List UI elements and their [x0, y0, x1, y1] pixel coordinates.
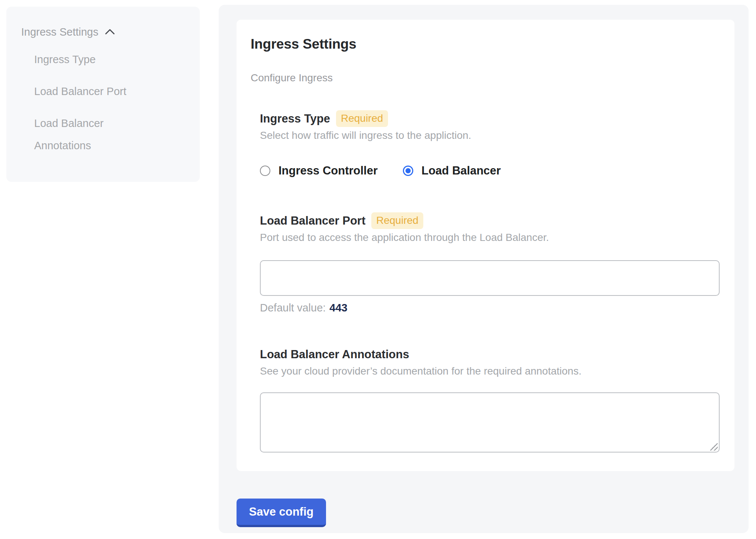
field-load-balancer-port: Load Balancer Port Required Port used to… [260, 212, 720, 314]
required-badge: Required [371, 212, 423, 229]
sidebar-items: Ingress Type Load Balancer Port Load Bal… [21, 48, 189, 157]
field-load-balancer-port-label: Load Balancer Port [260, 213, 365, 229]
settings-panel: Ingress Settings Configure Ingress Ingre… [219, 5, 749, 533]
radio-option-load-balancer[interactable]: Load Balancer [403, 164, 501, 177]
default-value-line: Default value:443 [260, 301, 720, 314]
field-load-balancer-annotations: Load Balancer Annotations See your cloud… [260, 346, 720, 453]
field-load-balancer-annotations-description: See your cloud provider’s documentation … [260, 365, 720, 378]
field-ingress-type: Ingress Type Required Select how traffic… [260, 110, 720, 178]
save-config-button[interactable]: Save config [237, 499, 326, 527]
default-value-number: 443 [329, 302, 347, 314]
field-ingress-type-label: Ingress Type [260, 111, 330, 127]
sidebar-item-load-balancer-port[interactable]: Load Balancer Port [34, 80, 149, 102]
page-subtitle: Configure Ingress [251, 72, 720, 84]
ingress-type-radio-group: Ingress Controller Load Balancer [260, 163, 720, 178]
radio-label-load-balancer[interactable]: Load Balancer [421, 164, 501, 177]
sidebar-item-ingress-type[interactable]: Ingress Type [34, 48, 149, 71]
load-balancer-annotations-textarea-wrap [260, 392, 720, 453]
sidebar-section-label: Ingress Settings [21, 24, 98, 40]
load-balancer-annotations-textarea[interactable] [260, 392, 720, 453]
radio-ingress-controller-icon[interactable] [260, 166, 270, 176]
chevron-up-icon [104, 27, 115, 37]
radio-dot [263, 168, 268, 173]
settings-nav-sidebar: Ingress Settings Ingress Type Load Balan… [6, 7, 200, 182]
field-load-balancer-annotations-label: Load Balancer Annotations [260, 346, 409, 363]
field-load-balancer-port-description: Port used to access the application thro… [260, 231, 720, 244]
sidebar-item-load-balancer-annotations[interactable]: Load Balancer Annotations [34, 112, 149, 157]
field-load-balancer-annotations-label-row: Load Balancer Annotations [260, 346, 720, 363]
textarea-resize-grip-icon[interactable] [710, 443, 718, 451]
required-badge: Required [336, 110, 388, 127]
page-title: Ingress Settings [251, 36, 720, 52]
default-value-label: Default value: [260, 302, 326, 314]
radio-dot [405, 168, 411, 173]
radio-option-ingress-controller[interactable]: Ingress Controller [260, 164, 378, 177]
sidebar-section-toggle[interactable]: Ingress Settings [21, 24, 189, 40]
ingress-settings-card: Ingress Settings Configure Ingress Ingre… [237, 20, 734, 471]
field-ingress-type-label-row: Ingress Type Required [260, 110, 720, 127]
page: Ingress Settings Ingress Type Load Balan… [0, 0, 756, 539]
field-ingress-type-description: Select how traffic will ingress to the a… [260, 129, 720, 142]
field-load-balancer-port-label-row: Load Balancer Port Required [260, 212, 720, 229]
radio-load-balancer-icon[interactable] [403, 166, 413, 176]
load-balancer-port-input[interactable] [260, 260, 720, 296]
radio-label-ingress-controller[interactable]: Ingress Controller [278, 164, 378, 177]
